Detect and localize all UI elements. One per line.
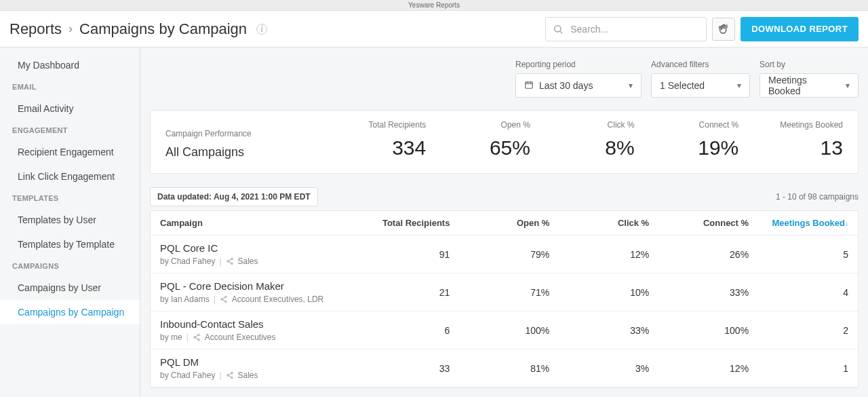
sort-descending-icon: ↓ xyxy=(845,220,848,227)
summary-col-caption: Open % xyxy=(426,120,530,130)
sidebar-group: CAMPAIGNS xyxy=(0,257,140,276)
summary-col-caption: Meetings Booked xyxy=(738,120,843,130)
campaign-name: PQL Core IC xyxy=(160,242,258,254)
window-title: Yesware Reports xyxy=(0,0,868,11)
sidebar-item[interactable]: My Dashboard xyxy=(0,53,140,77)
table-cell: 81% xyxy=(459,349,559,387)
sort-by-select[interactable]: Meetings Booked ▾ xyxy=(760,73,859,98)
table-cell: 21 xyxy=(359,273,459,311)
search-input-wrap[interactable] xyxy=(545,17,707,41)
reporting-period-select[interactable]: Last 30 days ▾ xyxy=(515,73,642,98)
table-cell: 1 xyxy=(758,349,858,387)
table-header[interactable]: Open % xyxy=(459,211,559,235)
svg-line-20 xyxy=(195,338,198,340)
share-icon xyxy=(193,333,201,341)
table-cell: 100% xyxy=(658,311,758,349)
advanced-filters-label: Advanced filters xyxy=(651,60,750,69)
sidebar-item[interactable]: Campaigns by User xyxy=(0,276,140,300)
summary-caption: Campaign Performance xyxy=(165,129,322,138)
table-cell: 12% xyxy=(658,349,758,387)
share-icon xyxy=(226,257,234,265)
sidebar-group: ENGAGEMENT xyxy=(0,121,140,140)
campaign-meta: by Chad Fahey | Sales xyxy=(160,371,258,380)
table-cell: 12% xyxy=(559,235,658,273)
table-cell: 71% xyxy=(459,273,559,311)
pagination-range: 1 - 10 of 98 campaigns xyxy=(776,192,859,202)
campaign-meta: by Chad Fahey | Sales xyxy=(160,257,258,266)
table-row-campaign[interactable]: Inbound-Contact Salesby me | Account Exe… xyxy=(151,311,359,349)
breadcrumb-current: Campaigns by Campaign xyxy=(79,20,247,38)
advanced-filters-value: 1 Selected xyxy=(660,80,705,91)
table-header[interactable]: Click % xyxy=(559,211,658,235)
table-cell: 3% xyxy=(559,349,658,387)
table-row-campaign[interactable]: PQL - Core Decision Makerby Ian Adams | … xyxy=(151,273,359,311)
share-icon xyxy=(226,371,234,379)
sidebar-item[interactable]: Templates by Template xyxy=(0,232,140,257)
table-row-campaign[interactable]: PQL DMby Chad Fahey | Sales xyxy=(151,349,359,387)
share-icon xyxy=(220,295,228,303)
table-cell: 100% xyxy=(459,311,559,349)
sidebar-item[interactable]: Recipient Engagement xyxy=(0,140,140,164)
table-row-campaign[interactable]: PQL Core ICby Chad Fahey | Sales xyxy=(151,235,359,273)
sidebar-group: TEMPLATES xyxy=(0,189,140,208)
reporting-period-label: Reporting period xyxy=(515,60,642,69)
svg-line-1 xyxy=(560,31,562,33)
svg-line-10 xyxy=(229,262,231,264)
summary-col-caption: Total Recipients xyxy=(322,120,427,130)
breadcrumb-root[interactable]: Reports xyxy=(9,20,62,38)
search-input[interactable] xyxy=(569,23,699,35)
summary-col-value: 13 xyxy=(738,136,843,159)
table-cell: 33% xyxy=(658,273,758,311)
wave-button[interactable] xyxy=(712,18,735,41)
chevron-down-icon: ▾ xyxy=(846,81,850,90)
campaign-name: Inbound-Contact Sales xyxy=(160,318,276,330)
table-cell: 2 xyxy=(758,311,858,349)
campaigns-table: CampaignTotal RecipientsOpen %Click %Con… xyxy=(150,210,859,388)
summary-col-value: 334 xyxy=(322,136,427,159)
campaign-name: PQL DM xyxy=(160,356,258,368)
advanced-filters-select[interactable]: 1 Selected ▾ xyxy=(651,73,750,98)
svg-line-14 xyxy=(222,297,225,299)
summary-col-caption: Click % xyxy=(530,120,635,130)
table-header[interactable]: Connect % xyxy=(658,211,758,235)
table-cell: 6 xyxy=(359,311,459,349)
chevron-down-icon: ▾ xyxy=(737,81,741,90)
info-icon[interactable]: i xyxy=(256,24,267,35)
sidebar-item[interactable]: Templates by User xyxy=(0,208,140,232)
calendar-icon xyxy=(524,80,534,92)
table-header[interactable]: Meetings Booked↓ xyxy=(758,211,858,235)
summary-title: All Campaigns xyxy=(165,145,322,159)
search-icon xyxy=(553,24,564,35)
table-cell: 79% xyxy=(459,235,559,273)
table-cell: 10% xyxy=(559,273,658,311)
campaign-meta: by Ian Adams | Account Executives, LDR xyxy=(160,295,323,304)
sidebar-item[interactable]: Link Click Engagement xyxy=(0,164,140,189)
chevron-down-icon: ▾ xyxy=(629,81,633,90)
summary-col-caption: Connect % xyxy=(635,120,739,130)
svg-point-0 xyxy=(555,25,561,31)
sidebar-item[interactable]: Campaigns by Campaign xyxy=(0,300,140,324)
svg-line-9 xyxy=(229,259,231,261)
sort-by-value: Meetings Booked xyxy=(768,75,839,96)
sidebar-group: EMAIL xyxy=(0,77,140,96)
table-cell: 91 xyxy=(359,235,459,273)
header: Reports › Campaigns by Campaign i DOWNLO… xyxy=(0,11,868,48)
download-report-button[interactable]: DOWNLOAD REPORT xyxy=(741,17,859,41)
table-header[interactable]: Campaign xyxy=(151,211,359,235)
data-updated-chip: Data updated: Aug 4, 2021 1:00 PM EDT xyxy=(150,187,318,206)
campaign-meta: by me | Account Executives xyxy=(160,333,276,342)
table-cell: 33% xyxy=(559,311,658,349)
svg-rect-2 xyxy=(526,81,533,88)
breadcrumb: Reports › Campaigns by Campaign i xyxy=(9,20,267,38)
sidebar-item[interactable]: Email Activity xyxy=(0,96,140,121)
svg-line-15 xyxy=(222,300,225,302)
svg-line-25 xyxy=(229,376,231,378)
summary-col-value: 8% xyxy=(530,136,635,159)
table-header[interactable]: Total Recipients xyxy=(359,211,459,235)
sort-by-label: Sort by xyxy=(760,60,859,69)
filters-row: Reporting period Last 30 days ▾ Advanced… xyxy=(150,60,859,98)
chevron-right-icon: › xyxy=(68,22,73,36)
summary-card: Campaign Performance All Campaigns Total… xyxy=(150,110,859,174)
svg-line-24 xyxy=(229,373,231,375)
summary-col-value: 65% xyxy=(426,136,530,159)
